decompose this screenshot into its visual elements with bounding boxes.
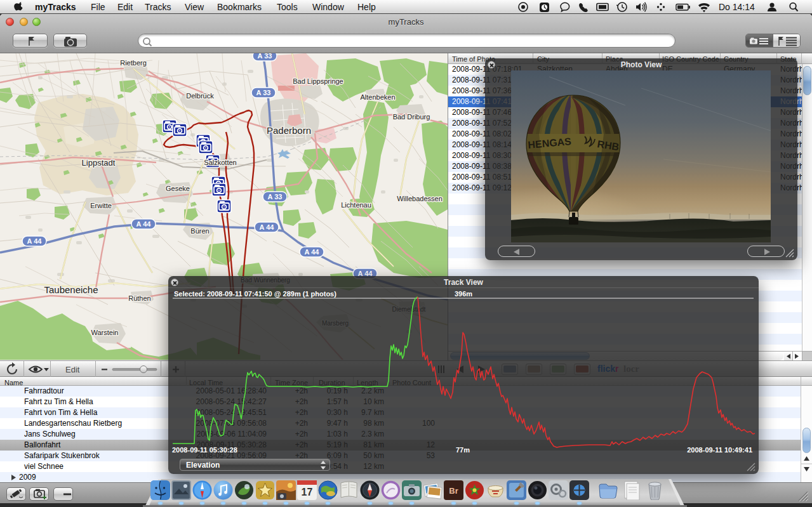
svg-text:Delbrück: Delbrück xyxy=(186,92,214,100)
svg-text:A 44: A 44 xyxy=(260,223,275,231)
svg-text:Büren: Büren xyxy=(190,227,209,235)
svg-text:Erwitte: Erwitte xyxy=(90,202,112,209)
svg-text:Taubeneiche: Taubeneiche xyxy=(44,284,98,295)
svg-text:17: 17 xyxy=(301,487,312,497)
svg-text:Altenbeken: Altenbeken xyxy=(360,93,395,101)
svg-text:Br: Br xyxy=(449,486,458,496)
svg-text:Geseke: Geseke xyxy=(166,185,190,192)
svg-text:A 33: A 33 xyxy=(258,53,272,60)
svg-text:Edit: Edit xyxy=(65,365,80,374)
svg-text:Bad Lippspringe: Bad Lippspringe xyxy=(293,77,343,85)
svg-text:A 33: A 33 xyxy=(268,193,283,201)
svg-text:Paderborn: Paderborn xyxy=(267,125,311,136)
svg-text:Salzkotten: Salzkotten xyxy=(204,159,236,166)
svg-text:Lippstadt: Lippstadt xyxy=(82,158,116,168)
svg-text:A 44: A 44 xyxy=(27,237,43,245)
svg-text:A 44: A 44 xyxy=(305,248,320,256)
svg-text:Warstein: Warstein xyxy=(91,329,119,336)
svg-text:Rietberg: Rietberg xyxy=(120,59,147,67)
svg-text:A 44: A 44 xyxy=(136,220,152,228)
svg-text:Lichtenau: Lichtenau xyxy=(341,201,371,209)
svg-text:A 33: A 33 xyxy=(256,89,271,96)
svg-text:Rüthen: Rüthen xyxy=(128,294,150,302)
svg-text:Bad Driburg: Bad Driburg xyxy=(393,113,430,121)
svg-text:Willebadessen: Willebadessen xyxy=(397,195,443,202)
svg-text:Do 14:14: Do 14:14 xyxy=(719,2,755,12)
